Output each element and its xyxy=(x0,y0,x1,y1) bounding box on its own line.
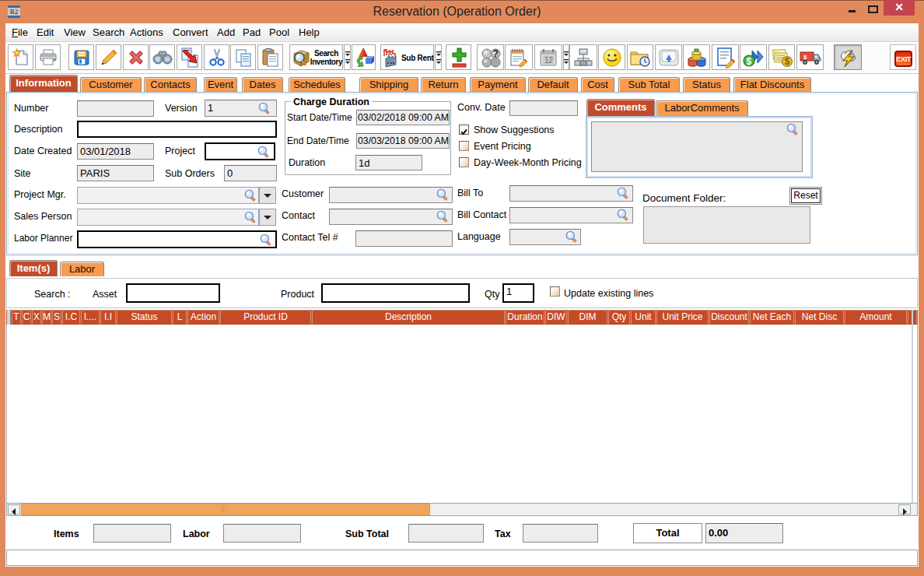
svg-text:$: $ xyxy=(803,53,807,60)
svg-text:$: $ xyxy=(746,55,751,66)
svg-text:?: ? xyxy=(492,48,498,59)
svg-text:$: $ xyxy=(785,56,790,67)
svg-text:12: 12 xyxy=(544,56,554,65)
